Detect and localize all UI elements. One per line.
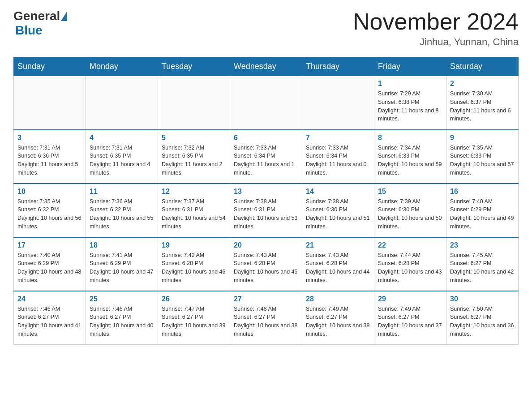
logo-blue-text: Blue: [15, 23, 43, 37]
calendar-cell: 12Sunrise: 7:37 AMSunset: 6:31 PMDayligh…: [158, 184, 230, 237]
day-info: Sunrise: 7:35 AMSunset: 6:33 PMDaylight:…: [450, 144, 515, 177]
calendar-cell: 16Sunrise: 7:40 AMSunset: 6:29 PMDayligh…: [446, 184, 519, 237]
page-header: General Blue November 2024 Jinhua, Yunna…: [13, 9, 519, 48]
logo-triangle-icon: [61, 11, 67, 21]
day-number: 1: [378, 80, 442, 88]
calendar-week-row: 10Sunrise: 7:35 AMSunset: 6:32 PMDayligh…: [14, 184, 519, 237]
calendar-week-row: 3Sunrise: 7:31 AMSunset: 6:36 PMDaylight…: [14, 130, 519, 184]
day-info: Sunrise: 7:36 AMSunset: 6:32 PMDaylight:…: [90, 197, 154, 231]
day-number: 30: [450, 295, 515, 303]
calendar-cell: 7Sunrise: 7:33 AMSunset: 6:34 PMDaylight…: [302, 130, 374, 184]
day-info: Sunrise: 7:30 AMSunset: 6:37 PMDaylight:…: [450, 90, 515, 123]
day-number: 4: [90, 134, 154, 142]
calendar-header-friday: Friday: [374, 57, 446, 76]
day-number: 27: [234, 295, 298, 303]
calendar-cell: 6Sunrise: 7:33 AMSunset: 6:34 PMDaylight…: [230, 130, 302, 184]
day-info: Sunrise: 7:32 AMSunset: 6:35 PMDaylight:…: [162, 144, 226, 177]
title-section: November 2024 Jinhua, Yunnan, China: [353, 9, 519, 48]
day-info: Sunrise: 7:29 AMSunset: 6:38 PMDaylight:…: [378, 90, 442, 123]
calendar-cell: 2Sunrise: 7:30 AMSunset: 6:37 PMDaylight…: [446, 76, 519, 130]
calendar-cell: [230, 76, 302, 130]
day-info: Sunrise: 7:43 AMSunset: 6:28 PMDaylight:…: [234, 251, 298, 285]
day-info: Sunrise: 7:33 AMSunset: 6:34 PMDaylight:…: [306, 144, 370, 177]
logo: General Blue: [13, 9, 68, 38]
day-number: 2: [450, 80, 515, 88]
day-info: Sunrise: 7:38 AMSunset: 6:30 PMDaylight:…: [306, 197, 370, 231]
calendar-cell: 21Sunrise: 7:43 AMSunset: 6:28 PMDayligh…: [302, 237, 374, 291]
day-number: 19: [162, 241, 226, 249]
calendar-cell: 17Sunrise: 7:40 AMSunset: 6:29 PMDayligh…: [14, 237, 86, 291]
day-info: Sunrise: 7:46 AMSunset: 6:27 PMDaylight:…: [90, 305, 154, 338]
day-info: Sunrise: 7:44 AMSunset: 6:28 PMDaylight:…: [378, 251, 442, 285]
day-info: Sunrise: 7:31 AMSunset: 6:35 PMDaylight:…: [90, 144, 154, 177]
location-subtitle: Jinhua, Yunnan, China: [353, 36, 519, 48]
calendar-cell: 28Sunrise: 7:49 AMSunset: 6:27 PMDayligh…: [302, 291, 374, 345]
day-number: 26: [162, 295, 226, 303]
calendar-cell: 9Sunrise: 7:35 AMSunset: 6:33 PMDaylight…: [446, 130, 519, 184]
calendar-table: SundayMondayTuesdayWednesdayThursdayFrid…: [13, 57, 519, 345]
calendar-week-row: 1Sunrise: 7:29 AMSunset: 6:38 PMDaylight…: [14, 76, 519, 130]
calendar-cell: 11Sunrise: 7:36 AMSunset: 6:32 PMDayligh…: [86, 184, 158, 237]
day-number: 7: [306, 134, 370, 142]
day-number: 16: [450, 188, 515, 196]
day-number: 21: [306, 241, 370, 249]
day-number: 8: [378, 134, 442, 142]
calendar-cell: 10Sunrise: 7:35 AMSunset: 6:32 PMDayligh…: [14, 184, 86, 237]
calendar-header-wednesday: Wednesday: [230, 57, 302, 76]
day-info: Sunrise: 7:48 AMSunset: 6:27 PMDaylight:…: [234, 305, 298, 338]
calendar-header-saturday: Saturday: [446, 57, 519, 76]
day-info: Sunrise: 7:35 AMSunset: 6:32 PMDaylight:…: [17, 197, 82, 231]
calendar-cell: [14, 76, 86, 130]
calendar-cell: 25Sunrise: 7:46 AMSunset: 6:27 PMDayligh…: [86, 291, 158, 345]
day-info: Sunrise: 7:31 AMSunset: 6:36 PMDaylight:…: [17, 144, 82, 177]
day-number: 12: [162, 188, 226, 196]
calendar-cell: [86, 76, 158, 130]
day-number: 22: [378, 241, 442, 249]
day-number: 14: [306, 188, 370, 196]
day-info: Sunrise: 7:41 AMSunset: 6:29 PMDaylight:…: [90, 251, 154, 285]
calendar-header-sunday: Sunday: [14, 57, 86, 76]
calendar-cell: 30Sunrise: 7:50 AMSunset: 6:27 PMDayligh…: [446, 291, 519, 345]
day-info: Sunrise: 7:49 AMSunset: 6:27 PMDaylight:…: [378, 305, 442, 338]
day-info: Sunrise: 7:39 AMSunset: 6:30 PMDaylight:…: [378, 197, 442, 231]
day-number: 9: [450, 134, 515, 142]
calendar-header-thursday: Thursday: [302, 57, 374, 76]
logo-general-text: General: [13, 9, 60, 23]
calendar-cell: 15Sunrise: 7:39 AMSunset: 6:30 PMDayligh…: [374, 184, 446, 237]
calendar-header-tuesday: Tuesday: [158, 57, 230, 76]
day-number: 23: [450, 241, 515, 249]
day-number: 29: [378, 295, 442, 303]
calendar-cell: 14Sunrise: 7:38 AMSunset: 6:30 PMDayligh…: [302, 184, 374, 237]
calendar-cell: 23Sunrise: 7:45 AMSunset: 6:27 PMDayligh…: [446, 237, 519, 291]
calendar-cell: 22Sunrise: 7:44 AMSunset: 6:28 PMDayligh…: [374, 237, 446, 291]
day-info: Sunrise: 7:50 AMSunset: 6:27 PMDaylight:…: [450, 305, 515, 338]
day-number: 13: [234, 188, 298, 196]
day-info: Sunrise: 7:34 AMSunset: 6:33 PMDaylight:…: [378, 144, 442, 177]
day-info: Sunrise: 7:40 AMSunset: 6:29 PMDaylight:…: [17, 251, 82, 285]
calendar-cell: 24Sunrise: 7:46 AMSunset: 6:27 PMDayligh…: [14, 291, 86, 345]
day-number: 11: [90, 188, 154, 196]
day-number: 25: [90, 295, 154, 303]
calendar-cell: 1Sunrise: 7:29 AMSunset: 6:38 PMDaylight…: [374, 76, 446, 130]
calendar-cell: 4Sunrise: 7:31 AMSunset: 6:35 PMDaylight…: [86, 130, 158, 184]
day-info: Sunrise: 7:38 AMSunset: 6:31 PMDaylight:…: [234, 197, 298, 231]
day-info: Sunrise: 7:42 AMSunset: 6:28 PMDaylight:…: [162, 251, 226, 285]
calendar-cell: 8Sunrise: 7:34 AMSunset: 6:33 PMDaylight…: [374, 130, 446, 184]
calendar-week-row: 24Sunrise: 7:46 AMSunset: 6:27 PMDayligh…: [14, 291, 519, 345]
calendar-cell: [302, 76, 374, 130]
calendar-cell: 19Sunrise: 7:42 AMSunset: 6:28 PMDayligh…: [158, 237, 230, 291]
calendar-cell: 26Sunrise: 7:47 AMSunset: 6:27 PMDayligh…: [158, 291, 230, 345]
day-info: Sunrise: 7:46 AMSunset: 6:27 PMDaylight:…: [17, 305, 82, 338]
day-number: 28: [306, 295, 370, 303]
day-number: 17: [17, 241, 82, 249]
calendar-cell: 13Sunrise: 7:38 AMSunset: 6:31 PMDayligh…: [230, 184, 302, 237]
day-number: 3: [17, 134, 82, 142]
day-info: Sunrise: 7:45 AMSunset: 6:27 PMDaylight:…: [450, 251, 515, 285]
day-number: 15: [378, 188, 442, 196]
day-number: 5: [162, 134, 226, 142]
day-number: 20: [234, 241, 298, 249]
day-info: Sunrise: 7:37 AMSunset: 6:31 PMDaylight:…: [162, 197, 226, 231]
day-number: 18: [90, 241, 154, 249]
day-number: 24: [17, 295, 82, 303]
calendar-cell: 20Sunrise: 7:43 AMSunset: 6:28 PMDayligh…: [230, 237, 302, 291]
